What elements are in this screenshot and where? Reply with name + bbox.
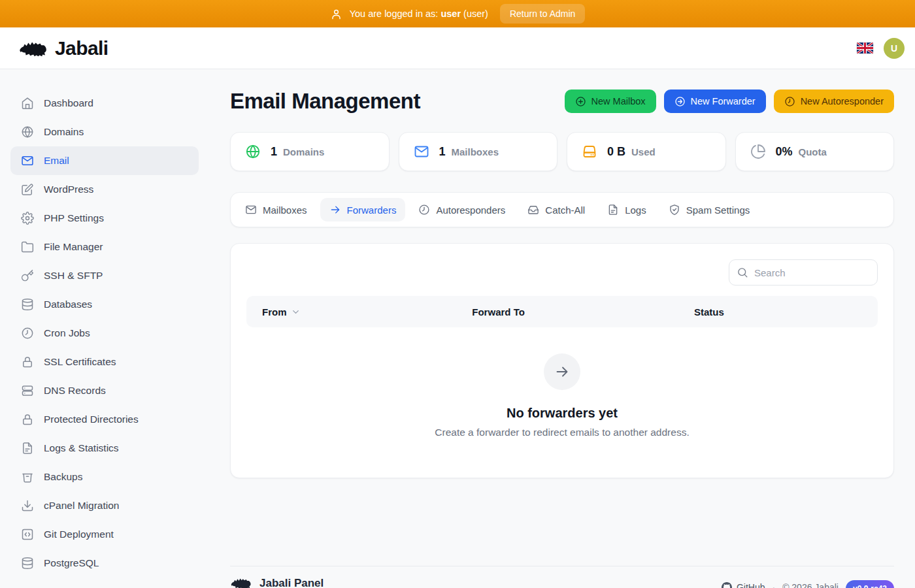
tab-autoresponders[interactable]: Autoresponders	[409, 198, 514, 221]
user-icon	[330, 8, 342, 20]
return-to-admin-button[interactable]: Return to Admin	[500, 4, 585, 24]
tab-catch-all[interactable]: Catch-All	[518, 198, 594, 221]
forwarders-table-header: From Forward To Status	[246, 296, 878, 327]
sidebar-item-label: Cron Jobs	[44, 327, 90, 339]
arrow-right-icon	[554, 364, 570, 380]
pie-chart-icon	[750, 144, 766, 159]
lock-icon	[21, 413, 34, 426]
sidebar-item-databases[interactable]: Databases	[10, 290, 199, 319]
file-text-icon	[607, 204, 619, 216]
sidebar-item-php-settings[interactable]: PHP Settings	[10, 204, 199, 233]
user-avatar[interactable]: U	[884, 38, 905, 59]
search-input[interactable]	[729, 259, 878, 286]
sidebar-item-label: DNS Records	[44, 385, 106, 397]
sidebar-item-cpanel-migration[interactable]: cPanel Migration	[10, 491, 199, 520]
column-header-from[interactable]: From	[262, 306, 472, 318]
tab-mailboxes[interactable]: Mailboxes	[236, 198, 316, 221]
empty-state-subtitle: Create a forwarder to redirect emails to…	[435, 427, 689, 438]
brand-name: Jabali	[55, 37, 108, 59]
language-flag-icon[interactable]	[857, 42, 873, 54]
download-icon	[21, 499, 34, 512]
stat-card-used: 0 B Used	[567, 132, 726, 171]
lock-icon	[21, 355, 34, 368]
stat-label: Mailboxes	[452, 146, 499, 157]
globe-icon	[245, 144, 261, 159]
sidebar-item-label: SSH & SFTP	[44, 270, 103, 282]
footer-separator: ·	[772, 582, 775, 588]
database-icon	[21, 557, 34, 570]
github-link[interactable]: GitHub	[722, 582, 765, 588]
mail-icon	[414, 144, 429, 159]
clock-icon	[784, 96, 795, 107]
stat-card-quota: 0% Quota	[735, 132, 895, 171]
new-mailbox-button[interactable]: New Mailbox	[565, 90, 656, 113]
sidebar-item-label: Databases	[44, 299, 92, 310]
sidebar-item-label: SSL Certificates	[44, 356, 116, 368]
new-autoresponder-button[interactable]: New Autoresponder	[774, 90, 894, 113]
sidebar-item-email[interactable]: Email	[10, 146, 199, 175]
chevron-down-icon	[291, 307, 301, 317]
login-message: You are logged in as: user (user)	[330, 8, 488, 20]
sidebar-item-postgresql[interactable]: PostgreSQL	[10, 549, 199, 578]
forwarders-panel: From Forward To Status No forwarders yet…	[230, 243, 894, 478]
stat-card-mailboxes: 1 Mailboxes	[399, 132, 558, 171]
app-header: Jabali U	[0, 27, 915, 69]
sidebar-item-logs-statistics[interactable]: Logs & Statistics	[10, 434, 199, 463]
footer-copyright: © 2026 Jabali	[782, 582, 839, 588]
email-tabs: Mailboxes Forwarders Autoresponders Catc…	[230, 192, 894, 227]
version-badge: v0.9-rc43	[846, 580, 894, 588]
stat-value: 1	[439, 145, 446, 159]
boar-logo-icon	[230, 575, 252, 588]
sidebar-item-label: WordPress	[44, 184, 93, 195]
sidebar-item-label: Protected Directories	[44, 414, 139, 425]
footer-brand: Jabali Panel	[230, 575, 324, 588]
stat-value: 0%	[776, 145, 793, 159]
inbox-icon	[527, 204, 539, 216]
stat-label: Domains	[283, 146, 324, 157]
page-title: Email Management	[230, 89, 420, 114]
search-box	[729, 259, 878, 286]
shield-check-icon	[669, 204, 680, 216]
sidebar-item-backups[interactable]: Backups	[10, 463, 199, 491]
sidebar-item-label: cPanel Migration	[44, 500, 119, 512]
sidebar-item-partial[interactable]	[10, 585, 199, 588]
trash-icon	[21, 470, 34, 483]
sidebar-item-wordpress[interactable]: WordPress	[10, 175, 199, 204]
new-forwarder-button[interactable]: New Forwarder	[664, 90, 766, 113]
tab-forwarders[interactable]: Forwarders	[320, 198, 406, 221]
empty-state-icon-wrap	[544, 353, 580, 390]
folder-icon	[21, 240, 34, 253]
clock-icon	[418, 204, 430, 216]
login-message-prefix: You are logged in as:	[350, 8, 439, 19]
stat-value: 1	[271, 145, 277, 159]
login-role: (user)	[463, 8, 488, 19]
code-icon	[21, 528, 34, 541]
database-icon	[21, 298, 34, 311]
sidebar-item-ssh-sftp[interactable]: SSH & SFTP	[10, 261, 199, 290]
sidebar-item-label: Email	[44, 155, 69, 167]
sidebar-item-ssl-certificates[interactable]: SSL Certificates	[10, 348, 199, 376]
sidebar-item-label: Backups	[44, 471, 82, 483]
sidebar-item-git-deployment[interactable]: Git Deployment	[10, 520, 199, 549]
server-icon	[21, 384, 34, 397]
mail-icon	[245, 204, 257, 216]
sidebar-item-dns-records[interactable]: DNS Records	[10, 376, 199, 405]
column-header-status: Status	[694, 306, 862, 318]
sidebar-item-label: File Manager	[44, 241, 103, 253]
tab-spam-settings[interactable]: Spam Settings	[659, 198, 759, 221]
sidebar-item-protected-directories[interactable]: Protected Directories	[10, 405, 199, 434]
impersonation-banner: You are logged in as: user (user) Return…	[0, 0, 915, 27]
sidebar-item-domains[interactable]: Domains	[10, 118, 199, 146]
home-icon	[21, 97, 34, 110]
mail-icon	[21, 154, 34, 167]
empty-state: No forwarders yet Create a forwarder to …	[246, 327, 878, 438]
sidebar-item-cron-jobs[interactable]: Cron Jobs	[10, 319, 199, 348]
hard-drive-icon	[582, 144, 597, 159]
file-text-icon	[21, 442, 34, 455]
sidebar-item-label: Logs & Statistics	[44, 442, 119, 454]
sidebar-item-dashboard[interactable]: Dashboard	[10, 89, 199, 118]
tab-logs[interactable]: Logs	[598, 198, 656, 221]
brand: Jabali	[18, 37, 108, 59]
sidebar-item-file-manager[interactable]: File Manager	[10, 233, 199, 261]
key-icon	[21, 269, 34, 282]
